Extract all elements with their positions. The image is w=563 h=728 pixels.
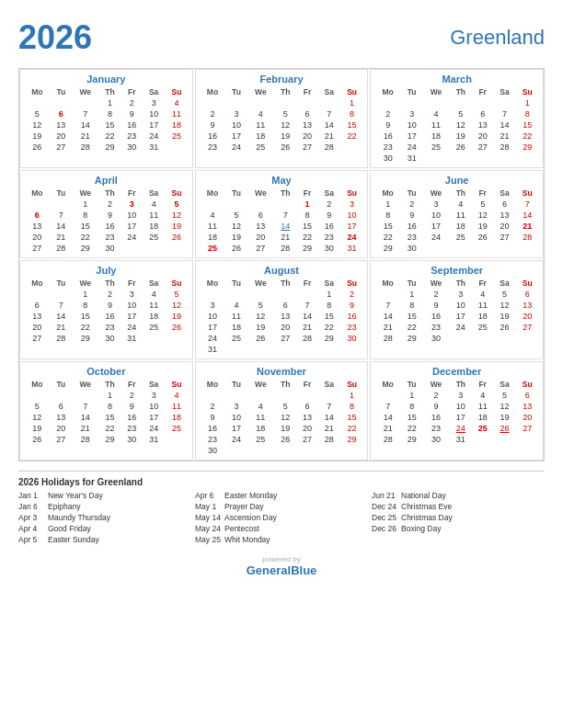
calendar-day: 24: [450, 322, 472, 333]
calendar-day: 14: [72, 412, 98, 423]
holiday-date: Dec 25: [372, 513, 397, 522]
day-header-mo: Mo: [374, 379, 401, 390]
month-block-january: JanuaryMoTuWeThFrSaSu1234567891011121314…: [19, 69, 193, 168]
calendar-day: 30: [121, 434, 143, 445]
calendar-day: 2: [422, 289, 449, 300]
calendar-day: 27: [493, 232, 515, 243]
calendar-day: 3: [422, 199, 449, 210]
calendar-day: 3: [225, 108, 247, 119]
calendar-day: 13: [516, 300, 539, 311]
calendar-day: 23: [318, 232, 340, 243]
calendar-day: 11: [165, 108, 188, 119]
calendar-day: [450, 333, 472, 344]
calendar-day: 13: [516, 401, 539, 412]
day-header-mo: Mo: [24, 379, 51, 390]
month-block-august: AugustMoTuWeThFrSaSu12345678910111213141…: [195, 260, 369, 359]
calendar-day: 17: [450, 412, 472, 423]
day-header-tu: Tu: [401, 86, 422, 97]
calendar-day: [274, 97, 296, 108]
calendar-day: 5: [24, 108, 51, 119]
day-header-th: Th: [274, 188, 296, 199]
calendar-day: 7: [516, 199, 539, 210]
calendar-day: 4: [247, 108, 274, 119]
holiday-name: Good Friday: [48, 524, 91, 533]
day-header-we: We: [422, 278, 449, 289]
calendar-day: 28: [51, 243, 72, 254]
month-table: MoTuWeThFrSaSu12345678910111213141516171…: [200, 278, 364, 355]
holiday-item: Dec 24Christmas Eve: [372, 502, 545, 511]
day-header-fr: Fr: [472, 379, 493, 390]
calendar-day: [247, 390, 274, 401]
calendar-day: [374, 390, 401, 401]
day-header-mo: Mo: [200, 86, 226, 97]
calendar-day: 1: [72, 289, 98, 300]
calendar-day: 16: [374, 131, 401, 142]
calendar-day: 28: [374, 333, 401, 344]
calendar-day: 22: [318, 322, 340, 333]
calendar-day: 4: [200, 210, 226, 221]
calendar-day: [296, 289, 317, 300]
holiday-item: Jan 1New Year's Day: [18, 491, 191, 500]
calendar-day: 19: [450, 131, 472, 142]
calendar-day: 9: [121, 401, 143, 412]
calendar-day: 9: [98, 210, 121, 221]
calendar-day: 1: [296, 199, 317, 210]
calendar-day: [516, 153, 539, 164]
day-header-mo: Mo: [200, 379, 226, 390]
calendar-day: 3: [340, 199, 363, 210]
calendar-day: [318, 445, 340, 456]
month-block-april: AprilMoTuWeThFrSaSu123456789101112131415…: [19, 170, 193, 258]
calendar-day: [247, 344, 274, 355]
month-block-march: MarchMoTuWeThFrSaSu123456789101112131415…: [370, 69, 544, 168]
calendar-day: 19: [24, 423, 51, 434]
calendar-day: 20: [51, 131, 72, 142]
month-block-october: OctoberMoTuWeThFrSaSu1234567891011121314…: [19, 361, 193, 461]
calendar-day: [225, 344, 247, 355]
calendar-day: 15: [401, 311, 422, 322]
calendar-day: [493, 333, 515, 344]
calendar-day: 17: [225, 423, 247, 434]
holiday-date: Jan 1: [18, 491, 44, 500]
calendar-day: 11: [225, 311, 247, 322]
calendar-day: 26: [450, 142, 472, 153]
day-header-su: Su: [516, 188, 539, 199]
calendar-day: 12: [165, 300, 188, 311]
calendar-day: 2: [318, 199, 340, 210]
footer: powered by GeneralBlue: [18, 555, 545, 577]
calendar-day: 31: [143, 142, 165, 153]
holidays-section: 2026 Holidays for Greenland Jan 1New Yea…: [18, 471, 545, 546]
calendar-day: [225, 390, 247, 401]
calendar-day: 9: [340, 300, 363, 311]
day-header-tu: Tu: [225, 379, 247, 390]
calendar-day: 4: [165, 97, 188, 108]
day-header-sa: Sa: [493, 379, 515, 390]
calendar-day: [143, 333, 165, 344]
calendar-day: 22: [340, 131, 363, 142]
calendar-day: 28: [374, 434, 401, 445]
calendar-day: 9: [98, 300, 121, 311]
calendar-day: 17: [143, 119, 165, 131]
calendar-day: 22: [401, 423, 422, 434]
calendar-day: 18: [165, 119, 188, 131]
calendar-day: [340, 344, 363, 355]
calendar-day: 18: [143, 311, 165, 322]
calendar-day: 10: [340, 210, 363, 221]
calendars-grid: JanuaryMoTuWeThFrSaSu1234567891011121314…: [18, 68, 545, 461]
calendar-day: [72, 390, 98, 401]
calendar-day: 29: [516, 142, 539, 153]
day-header-sa: Sa: [318, 188, 340, 199]
calendar-day: 25: [472, 322, 493, 333]
month-block-september: SeptemberMoTuWeThFrSaSu12345678910111213…: [370, 260, 544, 359]
calendar-day: 12: [225, 221, 247, 232]
month-title: July: [24, 265, 189, 276]
calendar-day: 29: [72, 333, 98, 344]
calendar-day: 4: [165, 390, 188, 401]
calendar-day: 27: [296, 142, 317, 153]
calendar-day: 1: [401, 390, 422, 401]
calendar-day: 13: [24, 221, 51, 232]
holiday-name: Maundy Thursday: [48, 513, 110, 522]
calendar-day: [225, 199, 247, 210]
holiday-name: Christmas Eve: [401, 502, 452, 511]
holidays-columns: Jan 1New Year's DayJan 6EpiphanyApr 3Mau…: [18, 491, 545, 546]
calendar-day: 21: [51, 322, 72, 333]
